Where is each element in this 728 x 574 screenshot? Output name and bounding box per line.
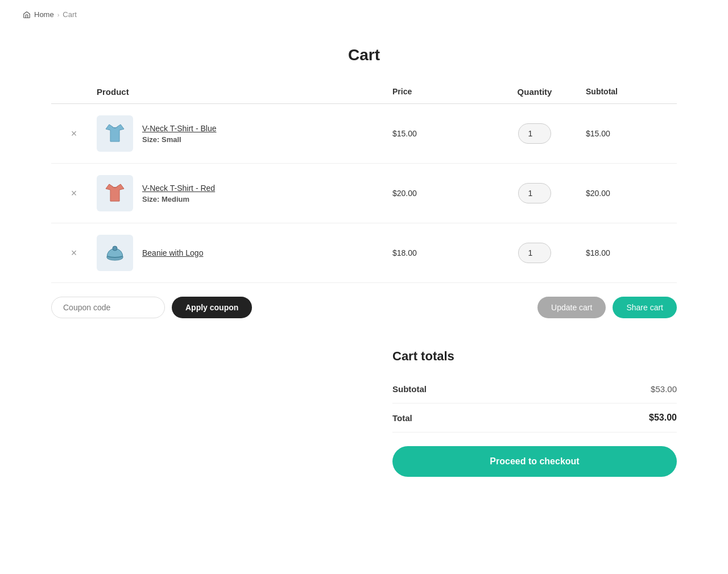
home-icon	[23, 11, 31, 19]
product-subtotal-1: $15.00	[586, 129, 677, 138]
svg-point-1	[113, 246, 117, 251]
product-image-beanie	[97, 235, 133, 271]
page-title: Cart	[0, 46, 728, 64]
coupon-left: Apply coupon	[51, 297, 252, 318]
cart-totals-section: Cart totals Subtotal $53.00 Total $53.00…	[392, 349, 677, 477]
header-subtotal: Subtotal	[586, 87, 677, 97]
product-subtotal-3: $18.00	[586, 248, 677, 257]
subtotal-row: Subtotal $53.00	[392, 375, 677, 404]
table-row: × V-Neck T-Shirt - Blue Size: Small $15.…	[51, 104, 677, 164]
cart-table-header: Product Price Quantity Subtotal	[51, 87, 677, 104]
remove-item-2-button[interactable]: ×	[51, 188, 97, 198]
quantity-input-2[interactable]	[518, 183, 551, 203]
product-subtotal-2: $20.00	[586, 189, 677, 198]
proceed-to-checkout-button[interactable]: Proceed to checkout	[392, 446, 677, 477]
update-cart-button[interactable]: Update cart	[537, 297, 606, 318]
breadcrumb-current: Cart	[63, 10, 77, 19]
product-info-1: V-Neck T-Shirt - Blue Size: Small	[133, 124, 216, 144]
breadcrumb-home-link[interactable]: Home	[34, 10, 54, 19]
quantity-input-1[interactable]	[518, 123, 551, 144]
share-cart-button[interactable]: Share cart	[613, 297, 677, 318]
header-product: Product	[97, 87, 392, 97]
product-size-2: Size: Medium	[142, 195, 215, 203]
subtotal-value: $53.00	[651, 384, 677, 394]
product-price-2: $20.00	[392, 189, 483, 198]
total-label: Total	[392, 413, 412, 423]
cart-totals-title: Cart totals	[392, 349, 677, 364]
product-price-1: $15.00	[392, 129, 483, 138]
product-info-2: V-Neck T-Shirt - Red Size: Medium	[133, 184, 215, 203]
remove-item-1-button[interactable]: ×	[51, 128, 97, 139]
table-row: × V-Neck T-Shirt - Red Size: Medium $20.…	[51, 164, 677, 223]
coupon-actions-row: Apply coupon Update cart Share cart	[51, 283, 677, 332]
total-row: Total $53.00	[392, 404, 677, 432]
product-name-1[interactable]: V-Neck T-Shirt - Blue	[142, 124, 216, 133]
product-info-3: Beanie with Logo	[133, 248, 203, 257]
coupon-input[interactable]	[51, 297, 165, 318]
header-remove	[51, 87, 97, 97]
product-qty-3	[483, 243, 586, 263]
cart-actions-right: Update cart Share cart	[537, 297, 677, 318]
product-size-1: Size: Small	[142, 135, 216, 144]
apply-coupon-button[interactable]: Apply coupon	[172, 297, 252, 318]
product-name-3[interactable]: Beanie with Logo	[142, 248, 203, 257]
product-name-2[interactable]: V-Neck T-Shirt - Red	[142, 184, 215, 193]
header-quantity: Quantity	[483, 87, 586, 97]
cart-container: Product Price Quantity Subtotal × V-Neck…	[28, 87, 700, 511]
product-image-blue-shirt	[97, 115, 133, 152]
product-image-red-shirt	[97, 175, 133, 211]
product-qty-1	[483, 123, 586, 144]
remove-item-3-button[interactable]: ×	[51, 248, 97, 258]
product-price-3: $18.00	[392, 248, 483, 257]
breadcrumb-separator: ›	[57, 11, 60, 18]
quantity-input-3[interactable]	[518, 243, 551, 263]
header-price: Price	[392, 87, 483, 97]
subtotal-label: Subtotal	[392, 384, 427, 394]
total-value: $53.00	[649, 413, 677, 423]
breadcrumb: Home › Cart	[0, 0, 728, 29]
product-qty-2	[483, 183, 586, 203]
table-row: × Beanie with Logo $18.00 $18.00	[51, 223, 677, 283]
